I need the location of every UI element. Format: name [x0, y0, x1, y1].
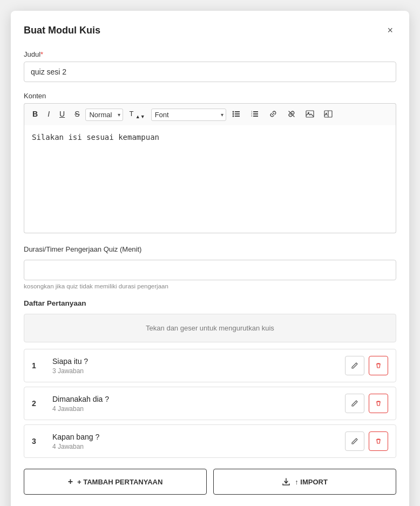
question-actions-2: [345, 394, 388, 413]
edit-question-1-button[interactable]: [345, 356, 364, 375]
ordered-list-button[interactable]: 1.2.3.: [247, 107, 263, 122]
close-button[interactable]: ×: [384, 24, 396, 37]
delete-question-1-button[interactable]: [369, 356, 388, 375]
delete-question-3-button[interactable]: [369, 431, 388, 451]
add-question-button[interactable]: + + TAMBAH PERTANYAAN: [24, 469, 207, 495]
question-answers-1: 3 Jawaban: [52, 367, 338, 375]
question-content-3: Kapan bang ? 4 Jawaban: [52, 433, 338, 450]
duration-input[interactable]: [24, 260, 396, 280]
question-answers-2: 4 Jawaban: [52, 405, 338, 413]
question-title-3: Kapan bang ?: [52, 433, 338, 441]
font-select-wrapper: Font Arial Times New Roman: [151, 109, 226, 121]
question-content-2: Dimanakah dia ? 4 Jawaban: [52, 395, 338, 413]
import-button[interactable]: ↑ IMPORT: [213, 469, 396, 495]
import-label: ↑ IMPORT: [295, 478, 328, 486]
add-icon: +: [68, 477, 73, 487]
question-answers-3: 4 Jawaban: [52, 443, 338, 450]
link-button[interactable]: [265, 107, 281, 122]
strikethrough-button[interactable]: S: [71, 107, 83, 122]
svg-rect-1: [235, 113, 240, 114]
edit-question-3-button[interactable]: [345, 431, 364, 451]
question-content-1: Siapa itu ? 3 Jawaban: [52, 357, 338, 375]
svg-rect-12: [306, 111, 314, 117]
svg-rect-8: [253, 116, 258, 117]
judul-section: Judul*: [24, 50, 396, 82]
svg-point-5: [232, 115, 234, 117]
font-select[interactable]: Font Arial Times New Roman: [151, 109, 226, 121]
question-item-1: 1 Siapa itu ? 3 Jawaban: [24, 349, 396, 382]
italic-button[interactable]: I: [44, 107, 53, 122]
text-size-button[interactable]: T ▲▼: [125, 107, 148, 122]
svg-point-4: [232, 113, 234, 114]
svg-rect-6: [253, 111, 258, 112]
add-question-label: + TAMBAH PERTANYAAN: [77, 478, 162, 486]
bold-button[interactable]: B: [29, 107, 42, 122]
svg-rect-7: [253, 113, 258, 114]
questions-section: Daftar Pertanyaan Tekan dan geser untuk …: [24, 299, 396, 458]
drag-hint: Tekan dan geser untuk mengurutkan kuis: [24, 314, 396, 342]
svg-rect-0: [235, 111, 240, 112]
unordered-list-button[interactable]: [228, 107, 245, 122]
question-item-3: 3 Kapan bang ? 4 Jawaban: [24, 424, 396, 458]
question-actions-1: [345, 356, 388, 375]
svg-rect-2: [235, 116, 240, 117]
svg-text:3.: 3.: [251, 114, 253, 117]
footer-actions: + + TAMBAH PERTANYAAN ↑ IMPORT: [24, 469, 396, 495]
svg-point-3: [232, 111, 234, 112]
image-button[interactable]: [302, 107, 318, 122]
questions-section-label: Daftar Pertanyaan: [24, 299, 396, 307]
konten-label: Konten: [24, 92, 396, 100]
modal-title: Buat Modul Kuis: [24, 25, 100, 36]
underline-button[interactable]: U: [56, 107, 69, 122]
heading-select-wrapper: Normal H1 H2 H3: [85, 109, 123, 121]
question-number-1: 1: [32, 361, 45, 370]
edit-question-2-button[interactable]: [345, 394, 364, 413]
judul-label: Judul*: [24, 50, 396, 58]
unlink-button[interactable]: [283, 107, 300, 122]
question-title-1: Siapa itu ?: [52, 357, 338, 366]
delete-question-2-button[interactable]: [369, 394, 388, 413]
judul-input[interactable]: [24, 62, 396, 82]
heading-select[interactable]: Normal H1 H2 H3: [85, 109, 123, 121]
question-item-2: 2 Dimanakah dia ? 4 Jawaban: [24, 387, 396, 420]
editor-toolbar: B I U S Normal H1 H2 H3 T ▲▼ Font Arial: [24, 103, 396, 125]
question-actions-3: [345, 431, 388, 451]
question-number-2: 2: [32, 399, 45, 408]
question-title-2: Dimanakah dia ?: [52, 395, 338, 403]
duration-section: Durasi/Timer Pengerjaan Quiz (Menit) kos…: [24, 245, 396, 289]
modal-container: Buat Modul Kuis × Judul* Konten B I U S …: [11, 11, 409, 506]
image2-button[interactable]: [320, 107, 336, 122]
konten-section: Konten B I U S Normal H1 H2 H3 T ▲▼ Font: [24, 92, 396, 235]
konten-textarea[interactable]: Silakan isi sesuai kemampuan: [24, 125, 396, 233]
import-icon: [282, 477, 290, 486]
modal-header: Buat Modul Kuis ×: [24, 24, 396, 37]
question-number-3: 3: [32, 437, 45, 446]
duration-label: Durasi/Timer Pengerjaan Quiz (Menit): [24, 245, 396, 253]
duration-hint: kosongkan jika quiz tidak memiliki duras…: [24, 283, 396, 289]
